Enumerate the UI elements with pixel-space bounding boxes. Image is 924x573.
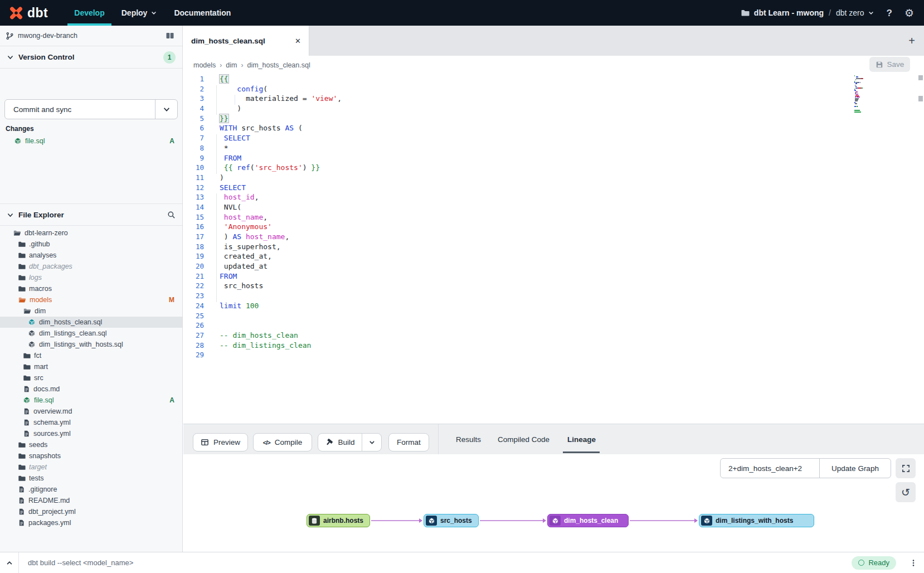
tree-file-overview-md[interactable]: overview.md: [0, 406, 182, 417]
tree-folder-fct[interactable]: fct: [0, 350, 182, 361]
code-line: 6WITH src_hosts AS (: [183, 123, 924, 133]
line-number: 3: [183, 94, 204, 104]
tree-file-dim-listings-clean-sql[interactable]: dim_listings_clean.sql: [0, 328, 182, 339]
tree-item-label: schema.yml: [33, 419, 71, 426]
tree-folder-target[interactable]: target: [0, 462, 182, 473]
code-editor[interactable]: 1{{2 config(3 materialized = 'view',4 )5…: [183, 74, 924, 424]
tree-file-dim-listings-with-hosts-sql[interactable]: dim_listings_with_hosts.sql: [0, 339, 182, 350]
code-line: 26: [183, 321, 924, 331]
status-badge[interactable]: Ready: [852, 556, 896, 570]
lineage-node-label: src_hosts: [440, 517, 472, 525]
lineage-node-label: dim_hosts_clean: [564, 517, 618, 525]
nav-develop[interactable]: Develop: [66, 0, 113, 26]
breadcrumb-item[interactable]: dim_hosts_clean.sql: [247, 61, 310, 69]
model-cube-icon: [426, 516, 437, 526]
code-line: 28-- dim_listings_clean: [183, 341, 924, 351]
tree-folder-logs[interactable]: logs: [0, 272, 182, 283]
breadcrumb-row: models›dim›dim_hosts_clean.sql Save: [183, 56, 924, 74]
save-button[interactable]: Save: [869, 57, 910, 72]
tree-file--gitignore[interactable]: .gitignore: [0, 484, 182, 495]
folder-icon: [23, 363, 31, 371]
breadcrumb-item[interactable]: dim: [226, 61, 237, 69]
tab-lineage[interactable]: Lineage: [567, 424, 596, 455]
file-icon: [18, 508, 25, 516]
close-icon[interactable]: ✕: [295, 37, 301, 45]
tree-file-file-sql[interactable]: file.sqlA: [0, 395, 182, 406]
project-name[interactable]: dbt Learn - mwong: [754, 8, 824, 17]
tree-folder-snapshots[interactable]: snapshots: [0, 450, 182, 462]
lineage-node-dim-listings-with-hosts[interactable]: dim_listings_with_hosts: [699, 514, 814, 527]
line-number: 22: [183, 281, 204, 291]
version-control-header[interactable]: Version Control 1: [0, 46, 182, 69]
tree-file-schema-yml[interactable]: schema.yml: [0, 417, 182, 428]
update-graph-button[interactable]: Update Graph: [820, 459, 891, 478]
tree-folder-src[interactable]: src: [0, 372, 182, 383]
command-input[interactable]: dbt build --select <model_name>: [28, 559, 852, 567]
breadcrumb-item[interactable]: models: [193, 61, 216, 69]
environment-select[interactable]: dbt zero: [836, 8, 874, 17]
changed-file-row[interactable]: file.sql A: [0, 135, 182, 147]
tree-folder--github[interactable]: .github: [0, 239, 182, 250]
cube-icon: [23, 396, 31, 404]
format-button[interactable]: Format: [388, 433, 429, 451]
editor-scrollbar-thumb[interactable]: [918, 75, 923, 80]
bottom-toolbar: Preview </> Compile Build Format Results…: [183, 424, 924, 454]
dbt-logo[interactable]: dbt: [8, 4, 48, 21]
tree-folder-dbt-learn-zero[interactable]: dbt-learn-zero: [0, 227, 182, 239]
lineage-node-dim-hosts-clean[interactable]: dim_hosts_clean: [547, 514, 629, 527]
build-options-dropdown[interactable]: [362, 433, 382, 451]
expand-command-bar-button[interactable]: [0, 552, 19, 573]
tree-folder-mart[interactable]: mart: [0, 361, 182, 372]
rotate-ccw-icon: ↺: [901, 486, 910, 498]
nav-deploy[interactable]: Deploy: [113, 0, 166, 26]
tree-file-dbt-project-yml[interactable]: dbt_project.yml: [0, 506, 182, 517]
lineage-selector-input[interactable]: 2+dim_hosts_clean+2: [721, 459, 820, 478]
lineage-node-src-hosts[interactable]: src_hosts: [424, 514, 479, 527]
chevron-down-icon: [7, 54, 14, 61]
line-number: 14: [183, 202, 204, 212]
tree-folder-seeds[interactable]: seeds: [0, 439, 182, 450]
tree-folder-models[interactable]: modelsM: [0, 294, 182, 305]
build-button[interactable]: Build: [318, 433, 362, 451]
tree-folder-dim[interactable]: dim: [0, 305, 182, 317]
commit-options-dropdown[interactable]: [155, 100, 177, 119]
tree-folder-analyses[interactable]: analyses: [0, 250, 182, 261]
tree-item-label: macros: [29, 285, 52, 293]
tree-file-docs-md[interactable]: docs.md: [0, 383, 182, 395]
branch-row[interactable]: mwong-dev-branch: [0, 26, 182, 46]
commit-and-sync-button[interactable]: Commit and sync: [4, 99, 178, 119]
fullscreen-button[interactable]: [896, 458, 916, 478]
code-line: 15 host_name,: [183, 212, 924, 222]
compile-button[interactable]: </> Compile: [253, 433, 312, 451]
tree-file-packages-yml[interactable]: packages.yml: [0, 517, 182, 528]
tree-file-sources-yml[interactable]: sources.yml: [0, 428, 182, 439]
line-number: 18: [183, 242, 204, 252]
help-icon[interactable]: ?: [887, 8, 892, 18]
tab-dim-hosts-clean[interactable]: dim_hosts_clean.sql ✕: [183, 26, 309, 56]
gear-icon[interactable]: ⚙: [904, 8, 914, 18]
indent-guide: [216, 85, 217, 115]
search-icon[interactable]: [167, 211, 176, 219]
reset-view-button[interactable]: ↺: [896, 482, 916, 502]
tab-results[interactable]: Results: [456, 424, 481, 455]
lineage-node-airbnb-hosts[interactable]: airbnb.hosts: [307, 514, 370, 527]
file-icon: [23, 430, 30, 438]
nav-documentation[interactable]: Documentation: [166, 0, 239, 26]
editor-minimap: [854, 75, 867, 114]
new-tab-button[interactable]: +: [908, 35, 915, 47]
changes-label: Changes: [6, 125, 34, 133]
preview-button[interactable]: Preview: [193, 433, 248, 451]
kebab-menu-icon[interactable]: [910, 559, 917, 567]
lineage-selector-group: 2+dim_hosts_clean+2 Update Graph: [720, 458, 891, 478]
file-explorer-header[interactable]: File Explorer: [0, 203, 182, 226]
line-number: 29: [183, 350, 204, 360]
line-number: 23: [183, 291, 204, 301]
reader-columns-icon[interactable]: [166, 31, 174, 40]
tree-folder-tests[interactable]: tests: [0, 473, 182, 484]
line-number: 11: [183, 173, 204, 183]
tree-folder-dbt-packages[interactable]: dbt_packages: [0, 261, 182, 272]
tree-file-dim-hosts-clean-sql[interactable]: dim_hosts_clean.sql: [0, 317, 182, 328]
tree-file-readme-md[interactable]: README.md: [0, 495, 182, 506]
tab-compiled-code[interactable]: Compiled Code: [498, 424, 549, 455]
tree-folder-macros[interactable]: macros: [0, 283, 182, 294]
